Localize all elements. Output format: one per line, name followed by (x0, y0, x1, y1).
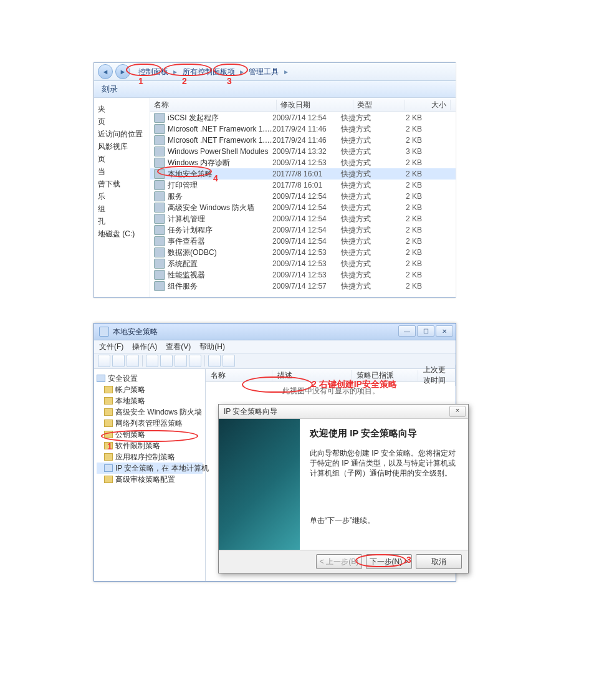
folder-icon (104, 453, 113, 461)
ip-security-wizard-dialog: IP 安全策略向导 × 欢迎使用 IP 安全策略向导 此向导帮助您创建 IP 安… (218, 404, 469, 573)
close-button[interactable]: ✕ (436, 325, 453, 337)
nav-pane-item[interactable]: 乐 (98, 190, 147, 203)
file-row[interactable]: 高级安全 Windows 防火墙2009/7/14 12:54快捷方式2 KB (150, 202, 456, 213)
file-row[interactable]: 服务2009/7/14 12:54快捷方式2 KB (150, 191, 456, 202)
nav-pane-item[interactable]: 地磁盘 (C:) (98, 228, 147, 240)
close-button[interactable]: × (449, 406, 466, 417)
file-row[interactable]: 组件服务2009/7/14 12:57快捷方式2 KB (150, 280, 456, 292)
tree-node[interactable]: 网络列表管理器策略 (97, 418, 203, 429)
file-type: 快捷方式 (341, 158, 391, 168)
nav-pane-item[interactable]: 孔 (98, 215, 147, 228)
crumb-admin-tools[interactable]: 管理工具 (247, 67, 280, 77)
chevron-right-icon: ▸ (284, 67, 288, 76)
col-name[interactable]: 名称 (206, 370, 272, 381)
extra-icon[interactable] (208, 355, 221, 367)
nav-pane-item[interactable]: 当 (98, 165, 147, 178)
nav-pane-item[interactable]: 曾下载 (98, 178, 147, 190)
tree-node[interactable]: 本地策略 (97, 395, 203, 406)
minimize-button[interactable]: — (398, 325, 416, 337)
tree-node-label: 高级审核策略配置 (115, 474, 175, 485)
tree-node[interactable]: IP 安全策略，在 本地计算机 (97, 463, 203, 474)
file-row[interactable]: 打印管理2017/7/8 16:01快捷方式2 KB (150, 180, 456, 191)
forward-button[interactable]: ► (115, 64, 130, 79)
file-row[interactable]: 数据源(ODBC)2009/7/14 12:53快捷方式2 KB (150, 247, 456, 258)
nav-pane-item[interactable]: 夹 (98, 103, 147, 115)
file-type: 快捷方式 (341, 191, 391, 202)
extra-icon[interactable] (223, 355, 235, 367)
policy-tree[interactable]: 安全设置帐户策略本地策略高级安全 Windows 防火墙网络列表管理器策略公钥策… (94, 369, 206, 581)
column-headers[interactable]: 名称 修改日期 类型 大小 (150, 98, 456, 112)
file-size: 3 KB (391, 147, 422, 156)
back-button[interactable]: < 上一步(B) (316, 554, 362, 569)
file-row[interactable]: 任务计划程序2009/7/14 12:54快捷方式2 KB (150, 224, 456, 236)
nav-pane-item[interactable]: 页 (98, 153, 147, 165)
file-row[interactable]: iSCSI 发起程序2009/7/14 12:54快捷方式2 KB (150, 112, 456, 123)
up-icon[interactable] (127, 355, 139, 367)
menu-file[interactable]: 文件(F) (99, 342, 123, 352)
file-row[interactable]: 计算机管理2009/7/14 12:54快捷方式2 KB (150, 213, 456, 224)
nav-pane-item[interactable]: 风影视库 (98, 140, 147, 153)
wizard-paragraph: 单击“下一步”继续。 (310, 515, 458, 525)
file-row[interactable]: 事件查看器2009/7/14 12:54快捷方式2 KB (150, 236, 456, 247)
wizard-paragraph: 此向导帮助您创建 IP 安全策略。您将指定对于特定的 IP 通信类型，以及与特定… (310, 448, 458, 478)
crumb-all-items[interactable]: 所有控制面板项 (181, 67, 237, 77)
nav-pane-item[interactable]: 页 (98, 115, 147, 128)
col-assigned[interactable]: 策略已指派 (352, 370, 418, 381)
menu-bar[interactable]: 文件(F) 操作(A) 查看(V) 帮助(H) (94, 340, 456, 353)
file-row[interactable]: 系统配置2009/7/14 12:53快捷方式2 KB (150, 258, 456, 269)
col-last-modified[interactable]: 上次更改时间 (418, 365, 456, 386)
nav-pane-item[interactable]: 组 (98, 203, 147, 215)
tree-node[interactable]: 软件限制策略 (97, 440, 203, 451)
col-size[interactable]: 大小 (405, 100, 451, 110)
file-row[interactable]: Microsoft .NET Framework 1.1 Wizar...201… (150, 135, 456, 146)
help-icon[interactable] (189, 355, 201, 367)
col-type[interactable]: 类型 (353, 100, 405, 110)
file-type: 快捷方式 (341, 203, 391, 213)
col-desc[interactable]: 描述 (272, 370, 352, 381)
file-icon (154, 146, 165, 156)
burn-button[interactable]: 刻录 (102, 84, 118, 95)
next-button[interactable]: 下一步(N) > (366, 554, 412, 569)
maximize-button[interactable]: ☐ (417, 325, 434, 337)
tree-node[interactable]: 帐户策略 (97, 384, 203, 395)
file-size: 2 KB (391, 125, 422, 133)
col-date[interactable]: 修改日期 (277, 100, 353, 110)
list-column-headers[interactable]: 名称 描述 策略已指派 上次更改时间 (206, 369, 456, 382)
file-size: 2 KB (391, 158, 422, 167)
tree-node[interactable]: 安全设置 (97, 373, 203, 384)
tree-node[interactable]: 高级审核策略配置 (97, 474, 203, 485)
refresh-icon[interactable] (160, 355, 173, 367)
window-title: 本地安全策略 (113, 327, 158, 337)
menu-action[interactable]: 操作(A) (132, 342, 157, 352)
file-type: 快捷方式 (341, 146, 391, 157)
menu-help[interactable]: 帮助(H) (199, 342, 225, 352)
menu-view[interactable]: 查看(V) (166, 342, 191, 352)
back-icon[interactable] (98, 355, 110, 367)
tree-node[interactable]: 应用程序控制策略 (97, 451, 203, 463)
file-row[interactable]: Microsoft .NET Framework 1.1 Confi...201… (150, 123, 456, 135)
file-row[interactable]: Windows 内存诊断2009/7/14 12:53快捷方式2 KB (150, 157, 456, 168)
file-type: 快捷方式 (341, 214, 391, 224)
breadcrumb[interactable]: 控制面板 ▸ 所有控制面板项 ▸ 管理工具 ▸ (133, 66, 293, 78)
tree-node[interactable]: 公钥策略 (97, 429, 203, 440)
tree-node[interactable]: 高级安全 Windows 防火墙 (97, 406, 203, 418)
back-button[interactable]: ◄ (98, 64, 113, 79)
cancel-button[interactable]: 取消 (416, 554, 462, 569)
dialog-titlebar[interactable]: IP 安全策略向导 × (219, 405, 468, 419)
export-icon[interactable] (175, 355, 187, 367)
file-size: 2 KB (391, 237, 422, 246)
folder-icon (104, 476, 113, 483)
crumb-control-panel[interactable]: 控制面板 (136, 67, 170, 77)
file-date: 2009/7/14 12:53 (272, 248, 341, 257)
toolbar[interactable] (94, 353, 456, 369)
dialog-title: IP 安全策略向导 (224, 406, 277, 417)
nav-pane[interactable]: 夹页近访问的位置风影视库页当曾下载乐组孔地磁盘 (C:) (94, 98, 150, 297)
nav-pane-item[interactable]: 近访问的位置 (98, 128, 147, 140)
forward-icon[interactable] (112, 355, 125, 367)
window-titlebar[interactable]: 本地安全策略 — ☐ ✕ (94, 324, 456, 340)
file-row[interactable]: 本地安全策略2017/7/8 16:01快捷方式2 KB (150, 168, 456, 180)
col-name[interactable]: 名称 (150, 100, 277, 110)
file-row[interactable]: 性能监视器2009/7/14 12:53快捷方式2 KB (150, 269, 456, 280)
file-row[interactable]: Windows PowerShell Modules2009/7/14 13:3… (150, 146, 456, 157)
properties-icon[interactable] (146, 355, 158, 367)
